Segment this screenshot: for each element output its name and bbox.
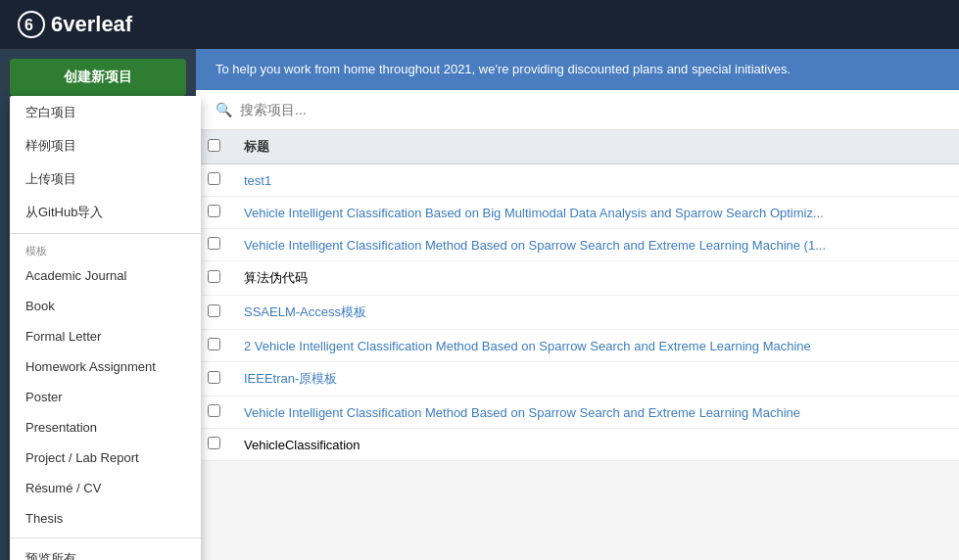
row-title-cell: Vehicle Intelligent Classification Based… (232, 197, 959, 229)
projects-table: 标题 test1Vehicle Intelligent Classificati… (196, 130, 959, 461)
template-homework-assignment[interactable]: Homework Assignment (10, 351, 201, 382)
table-row: SSAELM-Access模板 (196, 296, 959, 330)
select-all-checkbox[interactable] (208, 139, 220, 152)
table-row: Vehicle Intelligent Classification Based… (196, 197, 959, 229)
table-row: 算法伪代码 (196, 261, 959, 296)
row-checkbox[interactable] (208, 270, 220, 283)
project-link[interactable]: IEEEtran-原模板 (244, 371, 337, 386)
row-checkbox-cell (196, 229, 232, 261)
templates-section-label: 模板 (10, 238, 201, 260)
row-checkbox-cell (196, 261, 232, 296)
row-checkbox-cell (196, 296, 232, 330)
project-link[interactable]: SSAELM-Access模板 (244, 304, 366, 319)
table-row: IEEEtran-原模板 (196, 362, 959, 397)
header: 6 6verleaf (0, 0, 959, 49)
banner-text: To help you work from home throughout 20… (216, 62, 791, 76)
search-icon: 🔍 (216, 102, 232, 117)
sample-project-item[interactable]: 样例项目 (10, 129, 201, 163)
table-body: test1Vehicle Intelligent Classification … (196, 164, 959, 461)
row-checkbox[interactable] (208, 338, 220, 350)
create-new-project-button[interactable]: 创建新项目 (10, 59, 186, 96)
table-row: Vehicle Intelligent Classification Metho… (196, 397, 959, 429)
row-title-cell: test1 (232, 164, 959, 197)
template-thesis[interactable]: Thesis (10, 503, 201, 534)
row-checkbox-cell (196, 429, 232, 461)
blank-project-item[interactable]: 空白项目 (10, 96, 201, 129)
row-checkbox[interactable] (208, 205, 220, 217)
template-presentation[interactable]: Presentation (10, 412, 201, 443)
table-row: 2 Vehicle Intelligent Classification Met… (196, 330, 959, 362)
template-resume-cv[interactable]: Résumé / CV (10, 473, 201, 503)
project-link[interactable]: 2 Vehicle Intelligent Classification Met… (244, 339, 811, 353)
project-link[interactable]: Vehicle Intelligent Classification Metho… (244, 238, 826, 253)
row-title-cell: SSAELM-Access模板 (232, 296, 959, 330)
search-input[interactable] (240, 102, 939, 117)
search-container: 🔍 (196, 90, 959, 130)
upload-project-item[interactable]: 上传项目 (10, 163, 201, 196)
table-row: VehicleClassification (196, 429, 959, 461)
row-title-cell: IEEEtran-原模板 (232, 362, 959, 397)
template-book[interactable]: Book (10, 291, 201, 321)
sidebar: 创建新项目 空白项目 样例项目 上传项目 从GitHub导入 模板 Academ… (0, 49, 196, 560)
row-checkbox[interactable] (208, 404, 220, 417)
logo-text: 6verleaf (51, 12, 132, 37)
row-title-cell: Vehicle Intelligent Classification Metho… (232, 229, 959, 261)
title-column-header: 标题 (232, 130, 959, 164)
row-checkbox-cell (196, 362, 232, 397)
project-link[interactable]: Vehicle Intelligent Classification Based… (244, 206, 824, 220)
row-title-cell: 2 Vehicle Intelligent Classification Met… (232, 330, 959, 362)
row-checkbox-cell (196, 330, 232, 362)
row-checkbox[interactable] (208, 371, 220, 384)
row-checkbox-cell (196, 397, 232, 429)
header-checkbox-cell (196, 130, 232, 164)
project-link[interactable]: Vehicle Intelligent Classification Metho… (244, 405, 800, 420)
content-area: To help you work from home throughout 20… (196, 49, 959, 560)
template-academic-journal[interactable]: Academic Journal (10, 260, 201, 291)
github-import-item[interactable]: 从GitHub导入 (10, 196, 201, 229)
template-poster[interactable]: Poster (10, 382, 201, 412)
row-checkbox-cell (196, 197, 232, 229)
row-checkbox[interactable] (208, 304, 220, 317)
main-layout: 创建新项目 空白项目 样例项目 上传项目 从GitHub导入 模板 Academ… (0, 49, 959, 560)
table-header: 标题 (196, 130, 959, 164)
svg-text:6: 6 (24, 17, 33, 33)
logo-icon: 6 (16, 9, 47, 40)
row-title-cell: VehicleClassification (232, 429, 959, 461)
banner: To help you work from home throughout 20… (196, 49, 959, 90)
table-row: Vehicle Intelligent Classification Metho… (196, 229, 959, 261)
row-checkbox-cell (196, 164, 232, 197)
project-link[interactable]: test1 (244, 173, 271, 188)
row-checkbox[interactable] (208, 437, 220, 449)
template-formal-letter[interactable]: Formal Letter (10, 321, 201, 351)
template-view-all[interactable]: 预览所有 (10, 542, 201, 560)
create-dropdown-menu: 空白项目 样例项目 上传项目 从GitHub导入 模板 Academic Jou… (10, 96, 201, 560)
table-row: test1 (196, 164, 959, 197)
row-checkbox[interactable] (208, 172, 220, 185)
row-checkbox[interactable] (208, 237, 220, 250)
row-title-cell: Vehicle Intelligent Classification Metho… (232, 397, 959, 429)
dropdown-divider (10, 233, 201, 234)
logo: 6 6verleaf (16, 9, 132, 40)
dropdown-divider-2 (10, 537, 201, 538)
row-title-cell: 算法伪代码 (232, 261, 959, 296)
template-project-lab-report[interactable]: Project / Lab Report (10, 443, 201, 473)
